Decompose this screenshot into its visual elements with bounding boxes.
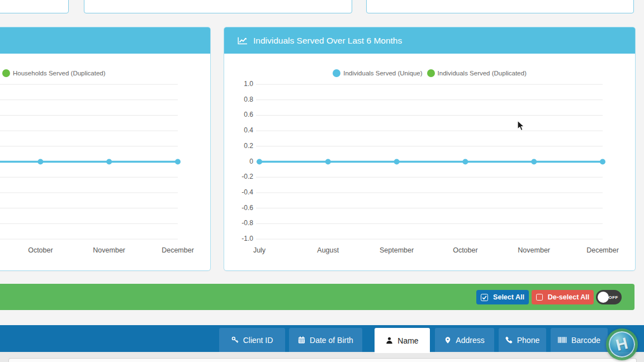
user-icon [386, 337, 393, 344]
checkbox-unchecked-icon [536, 294, 543, 301]
panel-title: Individuals Served Over Last 6 Months [253, 36, 402, 46]
phone-icon [505, 336, 513, 344]
y-axis-tick-label: -1.0 [228, 235, 253, 242]
barcode-icon [558, 336, 567, 344]
y-axis-tick-label: 0.4 [228, 126, 253, 134]
tab-client-id[interactable]: Client ID [219, 328, 285, 352]
top-card [0, 0, 69, 13]
select-all-label: Select All [493, 293, 524, 301]
deselect-all-button[interactable]: De-select All [532, 290, 594, 304]
y-axis-tick-label: -0.4 [228, 188, 253, 196]
tab-barcode[interactable]: Barcode [551, 328, 608, 352]
tab-label: Client ID [243, 336, 273, 345]
individuals-served-chart: Individuals Served (Unique)Individuals S… [224, 54, 635, 269]
tab-name[interactable]: Name [375, 328, 430, 353]
individuals-panel-header: Individuals Served Over Last 6 Months [224, 27, 635, 54]
households-served-chart: Households Served (Duplicated) 1.00.80.6… [0, 54, 210, 269]
x-axis-month-label: October [434, 246, 496, 254]
line-chart-icon [238, 37, 248, 45]
calendar-icon [298, 336, 305, 344]
x-axis-month-label: September [366, 246, 428, 254]
deselect-all-label: De-select All [548, 293, 590, 301]
results-panel-edge [8, 358, 637, 362]
tab-address[interactable]: Address [435, 328, 494, 352]
tab-label: Date of Birth [310, 336, 353, 345]
households-panel-header [0, 27, 210, 54]
y-axis-tick-label: 0.8 [228, 96, 253, 103]
y-axis-tick-label: 0.2 [228, 142, 253, 150]
tab-label: Name [397, 336, 418, 345]
x-axis-month-label: July [229, 246, 290, 254]
x-axis-month-label: August [297, 246, 359, 254]
individuals-served-panel: Individuals Served Over Last 6 Months In… [224, 27, 636, 271]
top-card [366, 0, 634, 13]
y-axis-tick-label: -0.8 [228, 219, 253, 227]
mouse-cursor [517, 120, 526, 134]
x-axis-month-label: October [10, 246, 71, 254]
brand-logo-letter: H [614, 334, 629, 355]
y-axis-tick-label: 1.0 [228, 80, 253, 88]
tab-date-of-birth[interactable]: Date of Birth [289, 328, 362, 352]
brand-logo-icon: H [606, 328, 638, 360]
x-axis-month-label: December [147, 246, 209, 254]
y-axis-tick-label: 0 [228, 158, 253, 165]
selection-toolbar: Select All De-select All OFF [0, 284, 634, 310]
key-icon [231, 336, 239, 344]
tab-label: Barcode [571, 336, 600, 345]
line-chart-canvas [224, 54, 634, 269]
y-axis-tick-label: -0.2 [228, 173, 253, 180]
x-axis-month-label: September [0, 246, 3, 254]
off-toggle-switch[interactable]: OFF [596, 290, 622, 304]
top-card [84, 0, 352, 13]
x-axis-month-label: November [78, 246, 140, 254]
tab-label: Address [456, 336, 484, 345]
tab-phone[interactable]: Phone [499, 328, 546, 352]
tab-label: Phone [517, 336, 539, 345]
x-axis-month-label: November [503, 246, 565, 254]
checkbox-checked-icon [481, 294, 488, 301]
y-axis-tick-label: 0.6 [228, 111, 253, 118]
toggle-knob[interactable] [598, 292, 609, 303]
y-axis-tick-label: -0.6 [228, 204, 253, 212]
toggle-state-label: OFF [609, 295, 619, 300]
map-marker-icon [444, 336, 451, 344]
households-served-panel: Households Served (Duplicated) 1.00.80.6… [0, 27, 211, 271]
line-chart-canvas [0, 54, 209, 269]
lookup-tab-bar: Client ID Date of Birth Name [0, 325, 644, 352]
x-axis-month-label: December [572, 246, 633, 254]
select-all-button[interactable]: Select All [476, 290, 529, 304]
